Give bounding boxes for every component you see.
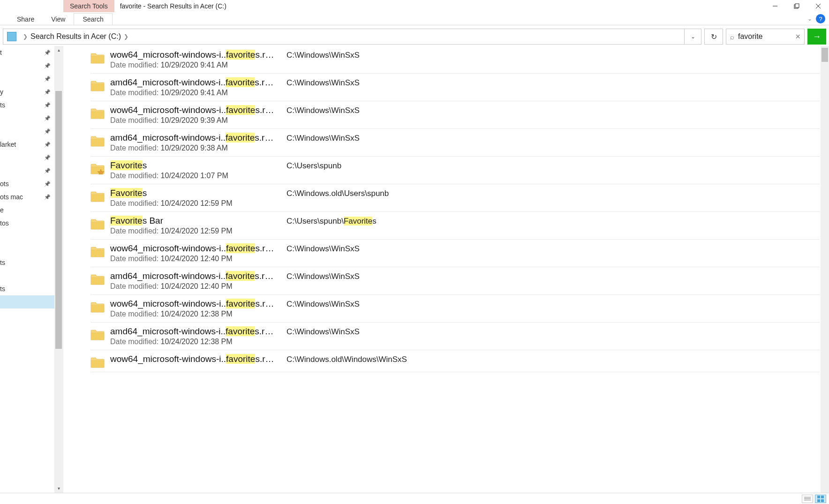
search-go-button[interactable]: → [807,29,826,45]
pin-icon: 📌 [44,76,51,82]
pin-icon: 📌 [44,89,51,95]
sidebar-item-label: ts [0,259,51,266]
result-row[interactable]: wow64_microsoft-windows-i..favorites.res… [90,295,820,323]
sidebar-item[interactable]: larket📌 [0,138,54,151]
result-path: C:\Windows\WinSxS [274,133,360,143]
result-date-modified: Date modified: 10/24/2020 1:07 PM [110,172,274,180]
result-filename: amd64_microsoft-windows-i..favorites.res… [110,77,274,88]
search-tools-tab-header[interactable]: Search Tools [63,0,114,12]
sidebar-item[interactable]: 📌 [0,72,54,85]
navigation-pane[interactable]: t📌📌📌y📌ts📌📌📌larket📌📌📌ots📌ots mac📌etoststs… [0,46,63,493]
sidebar-item-label: ots [0,180,41,188]
result-date-modified: Date modified: 10/29/2020 9:41 AM [110,89,274,97]
sidebar-item[interactable]: ots📌 [0,177,54,190]
sidebar-item-label: ots mac [0,193,41,201]
result-filename: Favorites [110,188,274,198]
refresh-button[interactable]: ↻ [704,29,723,45]
sidebar-item[interactable]: t📌 [0,46,54,59]
ribbon-tabs: Share View Search ⌄ ? [0,12,829,25]
result-date-modified: Date modified: 10/29/2020 9:39 AM [110,116,274,125]
maximize-button[interactable] [786,0,807,12]
result-path: C:\Windows\WinSxS [274,105,360,115]
sidebar-item-label: ts [0,285,51,293]
sidebar-item[interactable]: 📌 [0,59,54,72]
folder-icon [90,273,105,285]
sidebar-item[interactable]: ts📌 [0,98,54,112]
close-button[interactable] [807,0,829,12]
sidebar-item[interactable] [0,269,54,282]
sidebar-item[interactable]: ts [0,282,54,295]
location-icon [7,32,16,41]
result-row[interactable]: FavoritesDate modified: 10/24/2020 12:59… [90,184,820,212]
view-tiles-button[interactable] [815,495,826,503]
favorites-folder-icon [90,162,105,174]
address-bar-row: ❯ Search Results in Acer (C:) ❯ ⌄ ↻ ⌕ fa… [0,27,829,46]
sidebar-item[interactable] [0,230,54,243]
minimize-button[interactable] [764,0,786,12]
search-results-list[interactable]: wow64_microsoft-windows-i..favorites.res… [63,46,829,493]
result-date-modified: Date modified: 10/29/2020 9:38 AM [110,144,274,152]
chevron-right-icon[interactable]: ❯ [121,33,131,40]
pin-icon: 📌 [44,194,51,200]
result-row[interactable]: Favorites BarDate modified: 10/24/2020 1… [90,212,820,240]
ribbon-expand-icon[interactable]: ⌄ [807,15,812,22]
pin-icon: 📌 [44,142,51,148]
result-filename: wow64_microsoft-windows-i..favorites.res… [110,243,274,254]
search-icon: ⌕ [730,33,734,41]
result-row[interactable]: amd64_microsoft-windows-i..favorites.res… [90,323,820,350]
result-row[interactable]: wow64_microsoft-windows-i..favorites.res… [90,240,820,267]
folder-icon [90,52,105,64]
scroll-thumb[interactable] [55,91,62,349]
result-row[interactable]: wow64_microsoft-windows-i..favorites.res… [90,350,820,372]
view-details-button[interactable] [802,495,813,503]
sidebar-item[interactable]: tos [0,217,54,230]
result-row[interactable]: amd64_microsoft-windows-i..favorites.res… [90,267,820,295]
result-date-modified: Date modified: 10/24/2020 12:38 PM [110,310,274,318]
scroll-thumb[interactable] [821,48,828,62]
sidebar-item[interactable]: 📌 [0,112,54,125]
help-icon[interactable]: ? [816,14,825,23]
pin-icon: 📌 [44,181,51,187]
result-path: C:\Users\spunb\Favorites [274,216,377,226]
chevron-right-icon[interactable]: ❯ [20,33,30,40]
folder-icon [90,79,105,91]
results-scrollbar[interactable] [821,46,829,493]
scroll-up-icon[interactable]: ▴ [54,46,63,54]
sidebar-item[interactable]: y📌 [0,85,54,98]
result-row[interactable]: wow64_microsoft-windows-i..favorites.res… [90,101,820,129]
clear-search-icon[interactable]: × [795,32,800,42]
sidebar-item[interactable] [0,243,54,256]
pin-icon: 📌 [44,155,51,161]
result-row[interactable]: wow64_microsoft-windows-i..favorites.res… [90,46,820,74]
address-bar[interactable]: ❯ Search Results in Acer (C:) ❯ ⌄ [3,29,701,45]
nav-scrollbar[interactable]: ▴ ▾ [54,46,63,493]
folder-icon [90,107,105,119]
tab-view[interactable]: View [43,14,74,25]
result-filename: wow64_microsoft-windows-i..favorites.res… [110,105,274,115]
sidebar-item[interactable]: 📌 [0,164,54,177]
result-row[interactable]: FavoritesDate modified: 10/24/2020 1:07 … [90,157,820,184]
sidebar-item[interactable]: e [0,203,54,217]
result-row[interactable]: amd64_microsoft-windows-i..favorites.res… [90,129,820,157]
sidebar-item[interactable]: 📌 [0,151,54,164]
window-title: favorite - Search Results in Acer (C:) [114,0,232,12]
search-input[interactable]: ⌕ favorite × [726,29,805,45]
sidebar-item-label: e [0,206,51,214]
folder-icon [90,135,105,147]
sidebar-item[interactable]: ots mac📌 [0,190,54,203]
tab-search[interactable]: Search [74,13,112,25]
result-row[interactable]: amd64_microsoft-windows-i..favorites.res… [90,74,820,101]
folder-icon [90,245,105,257]
tab-share[interactable]: Share [8,14,43,25]
address-dropdown-icon[interactable]: ⌄ [684,29,701,44]
result-date-modified: Date modified: 10/24/2020 12:59 PM [110,227,274,235]
scroll-down-icon[interactable]: ▾ [54,484,63,493]
sidebar-item-selected[interactable] [0,295,54,308]
result-path: C:\Windows\WinSxS [274,50,360,60]
sidebar-item[interactable]: ts [0,256,54,269]
sidebar-item[interactable]: 📌 [0,125,54,138]
result-path: C:\Windows\WinSxS [274,271,360,281]
breadcrumb[interactable]: Search Results in Acer (C:) [30,32,121,41]
sidebar-item-label: y [0,88,41,96]
result-path: C:\Windows.old\Users\spunb [274,188,389,198]
